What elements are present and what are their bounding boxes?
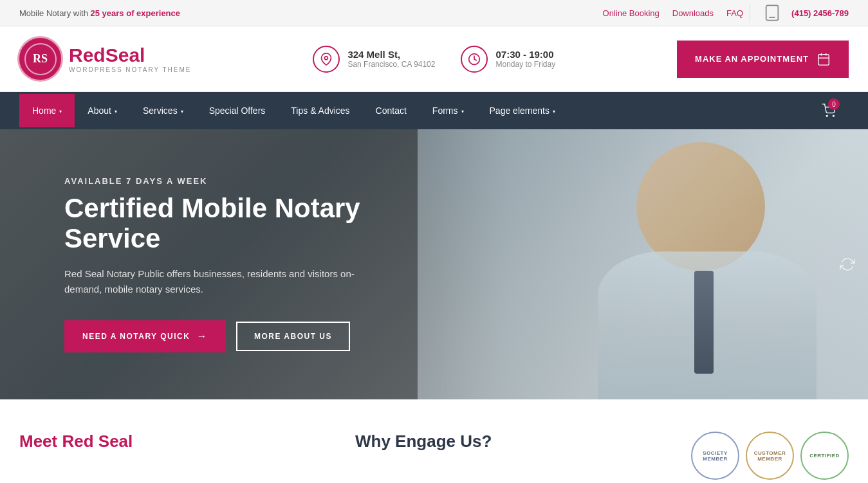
svg-point-2 <box>325 56 328 59</box>
phone-icon <box>763 4 781 22</box>
nav-forms-label: Forms <box>432 105 458 116</box>
address-line2: San Francisco, CA 94102 <box>347 60 435 69</box>
nav-special-offers[interactable]: Special Offers <box>196 94 279 127</box>
svg-point-8 <box>826 115 827 116</box>
badge-certified: CERTIFIED <box>800 432 849 480</box>
logo-text: RedSeal WORDPRESS NOTARY THEME <box>69 44 192 73</box>
cart-button[interactable]: 0 <box>809 92 849 129</box>
badge-customer: CUSTOMERMEMBER <box>746 432 794 480</box>
header: RS RedSeal WORDPRESS NOTARY THEME 324 Me… <box>0 26 868 92</box>
top-bar: Mobile Notary with 25 years of experienc… <box>0 0 868 26</box>
need-notary-button[interactable]: NEED A NOTARY QUICK → <box>64 320 226 352</box>
hero-section: AVAILABLE 7 DAYS A WEEK Certified Mobile… <box>0 129 868 399</box>
why-section: Why Engage Us? <box>355 432 652 480</box>
appointment-icon <box>817 52 831 66</box>
meet-section: Meet Red Seal <box>19 432 317 480</box>
hero-subtitle: AVAILABLE 7 DAYS A WEEK <box>64 176 450 186</box>
need-notary-label: NEED A NOTARY QUICK <box>82 332 190 341</box>
below-hero-section: Meet Red Seal Why Engage Us? SOCIETYMEMB… <box>0 399 868 483</box>
nav-contact[interactable]: Contact <box>363 94 420 127</box>
nav-special-offers-label: Special Offers <box>209 105 266 116</box>
chevron-down-icon: ▾ <box>553 109 555 114</box>
hero-background-image <box>418 129 868 399</box>
meet-title-part2: Red Seal <box>62 432 133 451</box>
logo-name-part1: Red <box>69 44 106 66</box>
logo-icon: RS <box>19 38 61 80</box>
hero-nav-controls[interactable] <box>840 257 855 272</box>
experience-highlight: 25 years of experience <box>91 8 180 18</box>
nav-about[interactable]: About ▾ <box>75 94 130 127</box>
hours-info: 07:30 - 19:00 Monday to Friday <box>461 46 555 73</box>
nav-services-label: Services <box>143 105 178 116</box>
nav-home[interactable]: Home ▾ <box>19 94 75 127</box>
navbar: Home ▾ About ▾ Services ▾ Special Offers… <box>0 92 868 129</box>
arrow-icon: → <box>196 331 208 342</box>
hours-text: 07:30 - 19:00 Monday to Friday <box>495 49 555 69</box>
logo-area[interactable]: RS RedSeal WORDPRESS NOTARY THEME <box>19 38 192 80</box>
logo-name-part2: Seal <box>106 44 145 66</box>
logo-tagline: WORDPRESS NOTARY THEME <box>69 66 192 73</box>
hero-description: Red Seal Notary Public offers businesses… <box>64 266 380 297</box>
logo-initials: RS <box>24 43 57 75</box>
clock-icon <box>461 46 488 73</box>
badge-society: SOCIETYMEMBER <box>691 432 739 480</box>
nav-contact-label: Contact <box>376 105 407 116</box>
hours-days: Monday to Friday <box>495 60 555 69</box>
nav-about-label: About <box>88 105 111 116</box>
hours-time: 07:30 - 19:00 <box>495 49 555 60</box>
svg-rect-0 <box>766 5 779 20</box>
faq-link[interactable]: FAQ <box>726 8 743 18</box>
chevron-down-icon: ▾ <box>181 109 183 114</box>
hero-title: Certified Mobile Notary Service <box>64 194 450 253</box>
appointment-label: MAKE AN APPOINTMENT <box>695 54 809 64</box>
address-text: 324 Mell St, San Francisco, CA 94102 <box>347 49 435 69</box>
chevron-down-icon: ▾ <box>59 109 62 114</box>
phone-number: (415) 2456-789 <box>791 8 849 18</box>
chevron-down-icon: ▾ <box>461 109 464 114</box>
chevron-down-icon: ▾ <box>115 109 117 114</box>
top-bar-tagline: Mobile Notary with 25 years of experienc… <box>19 8 180 18</box>
nav-page-elements[interactable]: Page elements ▾ <box>477 94 568 127</box>
nav-page-elements-label: Page elements <box>490 105 549 116</box>
badges-section: SOCIETYMEMBER CUSTOMERMEMBER CERTIFIED <box>691 432 849 480</box>
header-info: 324 Mell St, San Francisco, CA 94102 07:… <box>313 46 555 73</box>
downloads-link[interactable]: Downloads <box>672 8 714 18</box>
cart-badge: 0 <box>828 98 840 110</box>
why-title: Why Engage Us? <box>355 432 652 451</box>
more-about-label: MORE ABOUT US <box>254 332 332 341</box>
nav-forms[interactable]: Forms ▾ <box>420 94 477 127</box>
meet-title-part1: Meet <box>19 432 62 451</box>
reload-icon <box>840 257 855 272</box>
logo-name: RedSeal <box>69 44 192 66</box>
top-bar-phone: (415) 2456-789 <box>750 4 849 22</box>
nav-tips-label: Tips & Advices <box>291 105 349 116</box>
address-line1: 324 Mell St, <box>347 49 435 60</box>
location-icon <box>313 46 340 73</box>
online-booking-link[interactable]: Online Booking <box>603 8 660 18</box>
svg-rect-4 <box>818 54 829 65</box>
top-bar-links: Online Booking Downloads FAQ <box>603 8 744 18</box>
nav-tips-advices[interactable]: Tips & Advices <box>278 94 362 127</box>
hero-content: AVAILABLE 7 DAYS A WEEK Certified Mobile… <box>0 176 450 352</box>
more-about-us-button[interactable]: MORE ABOUT US <box>236 322 350 351</box>
nav-home-label: Home <box>32 105 56 116</box>
hero-buttons: NEED A NOTARY QUICK → MORE ABOUT US <box>64 320 450 352</box>
nav-services[interactable]: Services ▾ <box>130 94 196 127</box>
svg-point-9 <box>833 115 834 116</box>
address-info: 324 Mell St, San Francisco, CA 94102 <box>313 46 435 73</box>
appointment-button[interactable]: MAKE AN APPOINTMENT <box>677 41 849 78</box>
meet-title: Meet Red Seal <box>19 432 317 451</box>
